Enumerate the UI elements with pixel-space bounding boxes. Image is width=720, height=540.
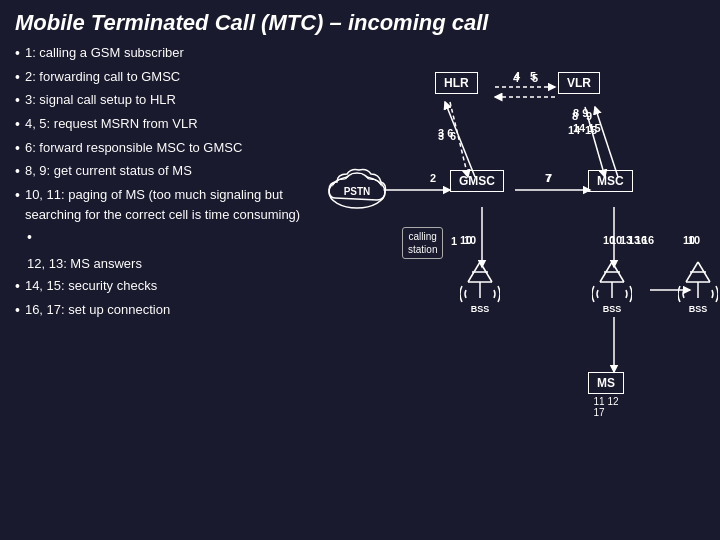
arrow-num-5top: 5 [530, 70, 536, 82]
bss1-node: BSS 11 [460, 260, 500, 319]
msc-node: MSC [588, 170, 633, 192]
arrow-num-10right: 10 [683, 234, 695, 246]
arrow-num-8top: 8 [572, 110, 578, 122]
cs-num: 1 [451, 235, 457, 247]
svg-text:PSTN: PSTN [344, 186, 371, 197]
ms-node: MS 11 1217 [588, 372, 624, 418]
svg-text:BSS: BSS [689, 304, 708, 314]
diagram-svg [320, 42, 710, 462]
svg-text:11: 11 [475, 314, 485, 315]
arrow-num-16: 16 [635, 234, 647, 246]
bullet-list: 1: calling a GSM subscriber 2: forwardin… [15, 42, 315, 323]
svg-text:11: 11 [693, 314, 703, 315]
svg-text:BSS: BSS [603, 304, 622, 314]
vlr-node: VLR [558, 72, 600, 94]
bss3-node: BSS 11 [678, 260, 718, 319]
list-item: 2: forwarding call to GMSC [15, 66, 315, 90]
list-item: 10, 11: paging of MS (too much signaling… [15, 184, 315, 226]
svg-line-6 [595, 107, 618, 177]
arrow-num-3: 3 [438, 130, 444, 142]
bss2-node: BSS 11 [592, 260, 632, 319]
list-item: 12, 13: MS answers [15, 226, 315, 275]
list-item: 4, 5: request MSRN from VLR [15, 113, 315, 137]
gmsc-node: GMSC [450, 170, 504, 192]
arrow-num-14: 14 [568, 124, 580, 136]
list-item: 3: signal call setup to HLR [15, 89, 315, 113]
arrow-num-15: 15 [585, 124, 597, 136]
arrow-num-6: 6 [450, 130, 456, 142]
list-item: 1: calling a GSM subscriber [15, 42, 315, 66]
arrow-num-10mid: 10 [603, 234, 615, 246]
arrow-num-7mid: 7 [546, 172, 552, 184]
hlr-node: HLR [435, 72, 478, 94]
page-title: Mobile Terminated Call (MTC) – incoming … [0, 0, 720, 42]
arrow-num-9top: 9 [586, 110, 592, 122]
calling-station: callingstation [402, 227, 443, 259]
arrow-num-10left: 10 [464, 234, 476, 246]
svg-text:11: 11 [607, 314, 617, 315]
list-item: 16, 17: set up connection [15, 299, 315, 323]
list-item: 14, 15: security checks [15, 275, 315, 299]
arrow-num-4top: 4 [514, 70, 520, 82]
list-item: 8, 9: get current status of MS [15, 160, 315, 184]
arrow-num-13: 13 [620, 234, 632, 246]
num-2: 2 [430, 172, 436, 184]
pstn-node: PSTN [325, 162, 390, 216]
svg-text:BSS: BSS [471, 304, 490, 314]
list-item: 6: forward responsible MSC to GMSC [15, 137, 315, 161]
diagram-area: 1 2 3 6 4 5 7 8 9 14 15 10 10 13 16 10 H… [320, 42, 710, 462]
